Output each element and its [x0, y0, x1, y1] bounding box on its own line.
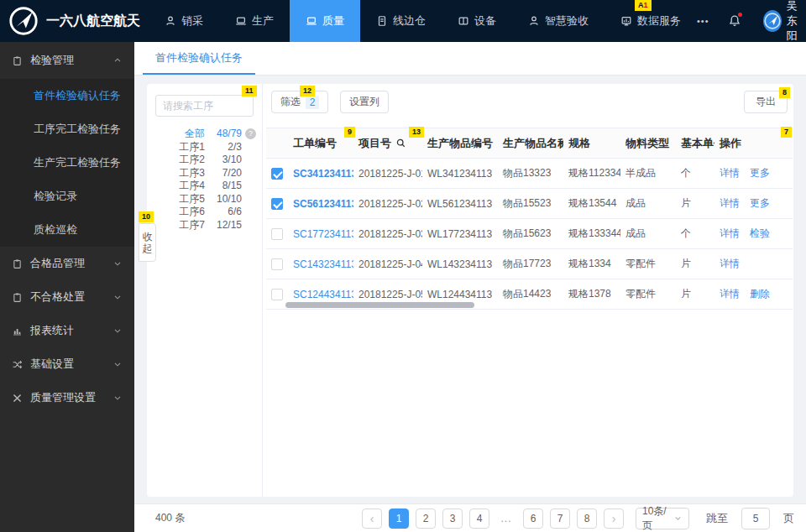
spec-cell: 规格1334 [563, 249, 620, 279]
table-row[interactable]: SC341234113 20181225-J-01 WL341234113 物品… [266, 159, 793, 189]
row-action-link[interactable]: 详情 [720, 227, 740, 239]
col-header-unit[interactable]: 基本单位 [676, 128, 714, 159]
row-action-link[interactable]: 详情 [720, 288, 740, 300]
tab-bar: 首件检验确认任务 [134, 42, 806, 76]
jump-page-input[interactable] [741, 508, 770, 529]
nav-item-sales[interactable]: 销采 [149, 0, 219, 42]
col-header-material-type[interactable]: 物料类型 [620, 128, 676, 159]
nav-item-line-warehouse[interactable]: 线边仓 [360, 0, 442, 42]
col-header-item-name[interactable]: 生产物品名称 [498, 128, 563, 159]
page-button[interactable]: 3 [442, 509, 463, 529]
process-count: 2/3 [213, 141, 242, 154]
row-action-link[interactable]: 更多 [750, 167, 770, 179]
process-name: 工序4 [179, 180, 205, 193]
process-filter-item[interactable]: 工序3 7/20 [155, 167, 254, 180]
more-menu-icon[interactable]: ••• [697, 16, 709, 26]
process-filter-item[interactable]: 工序1 2/3 [155, 141, 254, 154]
sidebar-submenu-item[interactable]: 生产完工检验任务 [0, 146, 134, 180]
row-action-link[interactable]: 检验 [750, 227, 770, 239]
tab-first-article-inspection[interactable]: 首件检验确认任务 [143, 42, 255, 75]
row-action-link[interactable]: 详情 [720, 197, 740, 209]
page-button[interactable]: 2 [416, 509, 436, 529]
page-button[interactable]: 8 [577, 509, 597, 529]
order-number-link[interactable]: SC124434113 [293, 289, 353, 300]
chevron-down-icon [113, 292, 123, 302]
spec-cell: 规格13544 [563, 189, 620, 219]
material-type-cell: 零配件 [620, 279, 676, 310]
chevron-down-icon [113, 359, 123, 369]
row-action-link[interactable]: 删除 [750, 288, 770, 300]
next-page-button[interactable]: › [604, 509, 624, 529]
company-logo-icon [8, 5, 39, 37]
bell-icon[interactable] [728, 14, 741, 28]
prev-page-button[interactable]: ‹ [362, 509, 382, 529]
chevron-down-icon [673, 514, 683, 523]
user-menu[interactable]: 吴东阳 [763, 0, 801, 44]
sidebar-group-quality-settings[interactable]: 质量管理设置 [0, 381, 134, 415]
process-filter-item[interactable]: 工序5 10/10 [155, 193, 254, 206]
nav-item-production[interactable]: 生产 [219, 0, 290, 42]
help-icon[interactable]: ? [245, 128, 256, 139]
process-filter-item[interactable]: 工序2 3/10 [155, 154, 254, 167]
search-icon[interactable] [395, 138, 406, 149]
sidebar-group-qualified[interactable]: 合格品管理 [0, 247, 134, 280]
row-checkbox[interactable] [271, 198, 283, 210]
process-filter-item[interactable]: 工序4 8/15 [155, 180, 254, 193]
unit-cell: 片 [676, 189, 714, 219]
row-checkbox[interactable] [271, 168, 283, 180]
nav-label: 生产 [252, 13, 274, 29]
col-header-spec[interactable]: 规格 [563, 128, 620, 159]
page-button[interactable]: 1 [389, 509, 409, 529]
sidebar-submenu-item[interactable]: 工序完工检验任务 [0, 112, 134, 146]
process-filter-panel: 全部 48/79 ? 工序1 2/3 工序2 3/10 工序3 7/20 工序4… [147, 84, 263, 497]
marker-7: 7 [781, 127, 792, 138]
row-checkbox[interactable] [271, 228, 283, 240]
order-number-link[interactable]: SC143234113 [293, 258, 353, 270]
search-input[interactable] [155, 95, 254, 117]
page-size-select[interactable]: 10条/页 [636, 508, 689, 529]
process-filter-item[interactable]: 工序7 12/15 [155, 219, 254, 232]
process-name: 工序2 [179, 154, 205, 167]
table-region: 筛选 2 设置列 导出 工单编号 [263, 84, 793, 497]
project-number-cell: 20181225-J-02 [353, 189, 422, 219]
column-settings-button[interactable]: 设置列 [340, 91, 389, 113]
page-button[interactable]: 4 [469, 509, 489, 529]
chevron-down-icon [113, 326, 123, 336]
table-row[interactable]: SC143234113 20181225-J-04 WL143234113 物品… [266, 249, 793, 279]
sidebar-group-basic-settings[interactable]: 基础设置 [0, 347, 134, 381]
sidebar-submenu-item[interactable]: 质检巡检 [0, 213, 134, 247]
process-filter-all[interactable]: 全部 48/79 ? [155, 128, 254, 141]
table-toolbar: 筛选 2 设置列 导出 [266, 91, 793, 113]
sidebar-submenu-item[interactable]: 首件检验确认任务 [0, 79, 134, 112]
group-label: 报表统计 [30, 323, 74, 338]
order-number-link[interactable]: SC561234113 [293, 198, 353, 210]
page-button[interactable]: ... [496, 509, 516, 529]
process-count: 3/10 [213, 154, 242, 167]
table-row[interactable]: SC561234113 20181225-J-02 WL561234113 物品… [266, 189, 793, 219]
order-number-link[interactable]: SC341234113 [293, 168, 353, 180]
sidebar-group-inspection[interactable]: 检验管理 [0, 42, 134, 79]
process-filter-item[interactable]: 工序6 6/6 [155, 206, 254, 219]
page-button[interactable]: 6 [523, 509, 543, 529]
collapse-panel-handle[interactable]: 收 起 [139, 223, 156, 262]
row-action-link[interactable]: 更多 [750, 197, 770, 209]
sidebar-group-nonconforming[interactable]: 不合格处置 [0, 280, 134, 314]
nav-label: 线边仓 [393, 13, 426, 29]
row-checkbox[interactable] [271, 258, 283, 270]
process-name: 全部 [185, 128, 205, 141]
row-checkbox[interactable] [271, 289, 283, 300]
nav-item-smart-acceptance[interactable]: 智慧验收 [512, 0, 604, 42]
nav-item-equipment[interactable]: 设备 [442, 0, 512, 42]
row-action-link[interactable]: 详情 [720, 258, 740, 269]
row-action-link[interactable]: 详情 [720, 167, 740, 179]
page-button[interactable]: 7 [550, 509, 570, 529]
horizontal-scrollbar[interactable] [285, 302, 474, 308]
order-number-link[interactable]: SC177234113 [293, 228, 353, 240]
sidebar-submenu-item[interactable]: 检验记录 [0, 180, 134, 213]
col-header-item-code[interactable]: 生产物品编号 [422, 128, 498, 159]
sidebar-group-reports[interactable]: 报表统计 [0, 314, 134, 347]
process-count: 12/15 [213, 219, 242, 232]
nav-label: 智慧验收 [545, 13, 589, 29]
nav-item-quality[interactable]: 质量 [290, 0, 360, 42]
table-row[interactable]: SC177234113 20181225-J-03 WL177234113 物品… [266, 219, 793, 249]
